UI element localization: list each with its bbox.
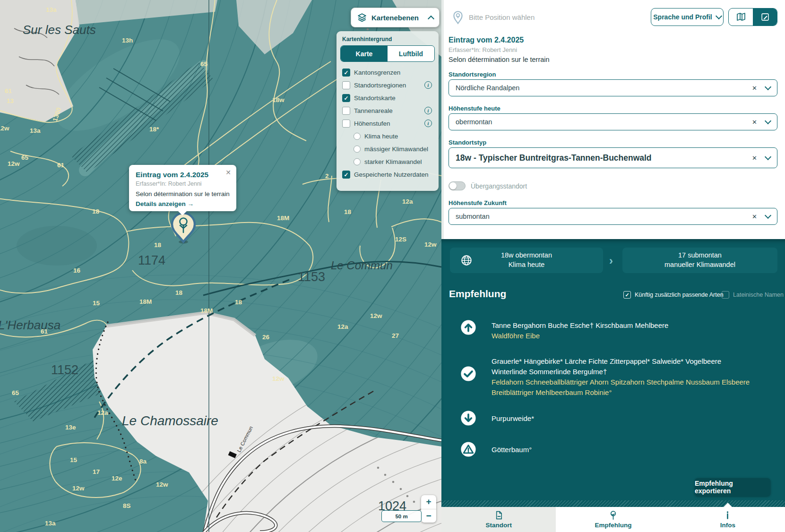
info-icon[interactable]: i <box>424 107 432 114</box>
recommendation-section: 18w obermontan Klima heute › 17 submonta… <box>441 239 785 507</box>
map-label: 18 <box>344 208 352 215</box>
info-icon[interactable]: i <box>424 81 432 89</box>
chevron-down-icon[interactable] <box>765 154 771 160</box>
radio-button[interactable] <box>354 158 361 165</box>
map-label: 13 <box>7 97 14 104</box>
map-label: 12w <box>424 241 437 248</box>
popup-note: Selon détermination sur le terrain <box>136 190 230 197</box>
clear-icon[interactable]: ✕ <box>752 119 757 126</box>
edit-view-button[interactable] <box>753 9 777 26</box>
map-layers-panel: Kartenhintergrund Karte Luftbild Kantons… <box>336 31 439 191</box>
layer-row-gespeicherte-nutzerdaten[interactable]: Gespeicherte Nutzerdaten <box>340 168 435 181</box>
radio-button[interactable] <box>354 133 361 140</box>
close-icon[interactable]: ✕ <box>225 169 231 176</box>
language-profile-button[interactable]: Sprache und Profil <box>651 8 724 26</box>
map-label: 18 <box>175 289 183 296</box>
scenario-card-current[interactable]: 18w obermontan Klima heute <box>450 248 603 273</box>
species-row-suitable: Grauerle* Hängebirke* Lärche Fichte Zitt… <box>460 355 750 398</box>
background-option-luftbild[interactable]: Luftbild <box>388 46 434 61</box>
checkbox[interactable] <box>342 107 350 115</box>
background-option-karte[interactable]: Karte <box>341 46 388 61</box>
standortstyp-input[interactable]: 18w - Typischer Buntreitgras-Tannen-Buch… <box>449 147 777 168</box>
map-label: 12S <box>395 236 406 243</box>
checkbox[interactable] <box>342 81 350 89</box>
tab-standort[interactable]: Standort <box>441 507 556 532</box>
hoehenstufe-heute-input[interactable]: obermontan ✕ <box>449 113 777 130</box>
panel-scrollbar[interactable] <box>441 0 444 239</box>
layer-row-standortskarte[interactable]: Standortskarte <box>340 92 435 104</box>
map-label: 15 <box>93 300 100 307</box>
map-label: 18M <box>200 307 213 314</box>
checkbox[interactable] <box>623 291 631 299</box>
scenario-future-line1: 17 submontan <box>664 251 735 260</box>
map-layers-button[interactable]: Kartenebenen <box>351 8 440 27</box>
entry-note: Selon détermination sur le terrain <box>449 56 550 63</box>
map-label: 18 <box>92 208 100 215</box>
field-label-hoehenstufe-zukunft: Höhenstufe Zukunft <box>449 199 507 206</box>
map-label: 18 <box>154 241 162 249</box>
species-row-declining: Purpurweide* <box>460 410 534 426</box>
scenario-current-line2: Klima heute <box>501 260 552 270</box>
clear-icon[interactable]: ✕ <box>752 154 757 162</box>
tab-infos[interactable]: Infos <box>671 507 785 532</box>
map-label: 1153 <box>298 270 325 284</box>
map-label: 12w <box>156 481 168 488</box>
tab-empfehlung[interactable]: Empfehlung <box>556 507 670 532</box>
checkbox[interactable] <box>342 171 350 179</box>
map-label: 12a <box>97 409 108 416</box>
zoom-out-button[interactable]: − <box>421 509 436 523</box>
map-icon <box>735 11 747 23</box>
radio-button[interactable] <box>354 146 361 153</box>
clear-icon[interactable]: ✕ <box>752 213 757 220</box>
map-label: 17 <box>93 468 100 475</box>
clear-icon[interactable]: ✕ <box>752 85 757 92</box>
future-species-checkbox-row[interactable]: Künftig zusätzlich passende Arten <box>623 291 724 299</box>
layer-row-tannenareale[interactable]: Tannenareale i <box>340 104 435 117</box>
map-label: 65 <box>12 389 19 396</box>
map-label: Le Chamossaire <box>122 413 218 428</box>
radio-row-klima-heute[interactable]: Klima heute <box>352 130 435 143</box>
checkbox[interactable] <box>342 120 350 128</box>
chevron-down-icon[interactable] <box>765 84 771 90</box>
standortsregion-input[interactable]: Nördliche Randalpen ✕ <box>449 79 777 96</box>
background-section-label: Kartenhintergrund <box>342 36 435 43</box>
toggle-label: Übergangsstandort <box>471 182 527 190</box>
checkbox[interactable] <box>722 291 729 299</box>
layer-row-kantonsgrenzen[interactable]: Kantonsgrenzen <box>340 66 435 79</box>
entry-popup: Eintrag vom 2.4.2025 Erfasser*In: Robert… <box>129 165 236 211</box>
info-icon <box>723 510 733 520</box>
map-label: 1174 <box>138 253 165 267</box>
document-icon <box>494 510 504 520</box>
layer-row-standortsregionen[interactable]: Standortsregionen i <box>340 79 435 92</box>
position-hint-text: Bitte Position wählen <box>469 13 535 21</box>
latin-names-checkbox-row[interactable]: Lateinische Namen <box>722 291 784 299</box>
map-view-button[interactable] <box>729 9 753 26</box>
scenario-card-future[interactable]: 17 submontan manueller Klimawandel <box>622 248 777 273</box>
uebergangsstandort-toggle[interactable] <box>449 181 466 190</box>
map-label: 12a <box>402 198 413 205</box>
export-recommendation-button[interactable]: Empfehlung exportieren <box>695 478 770 496</box>
map-label: 27 <box>392 332 399 339</box>
hoehenstufe-zukunft-input[interactable]: submontan ✕ <box>449 208 777 225</box>
chevron-down-icon[interactable] <box>765 118 771 124</box>
map-label: 65 <box>21 154 29 161</box>
map-label: 18M <box>139 298 152 305</box>
tree-app-screen: 13a13h6518w6113130013a12w6512w6118*21818… <box>0 0 785 532</box>
chevron-down-icon[interactable] <box>765 212 771 219</box>
check-icon <box>460 366 476 382</box>
map-label: 18w <box>272 96 285 103</box>
zoom-in-button[interactable]: + <box>421 495 436 509</box>
checkbox[interactable] <box>342 69 350 77</box>
info-icon[interactable]: i <box>424 120 432 127</box>
map-label: Le Commun <box>331 259 393 272</box>
checkbox[interactable] <box>342 94 350 102</box>
map-label: 16 <box>73 267 81 274</box>
radio-row-maessiger-klimawandel[interactable]: mässiger Klimawandel <box>352 143 435 155</box>
radio-row-starker-klimawandel[interactable]: starker Klimawandel <box>352 155 435 168</box>
popup-details-link[interactable]: Details anzeigen → <box>136 200 230 207</box>
map-label: 18* <box>149 126 159 133</box>
warning-icon <box>460 441 476 457</box>
entry-author: Erfasser*In: Robert Jenni <box>449 46 517 53</box>
layer-row-hoehenstufen[interactable]: Höhenstufen i <box>340 117 435 130</box>
side-panel: Bitte Position wählen Sprache und Profil… <box>441 0 785 532</box>
